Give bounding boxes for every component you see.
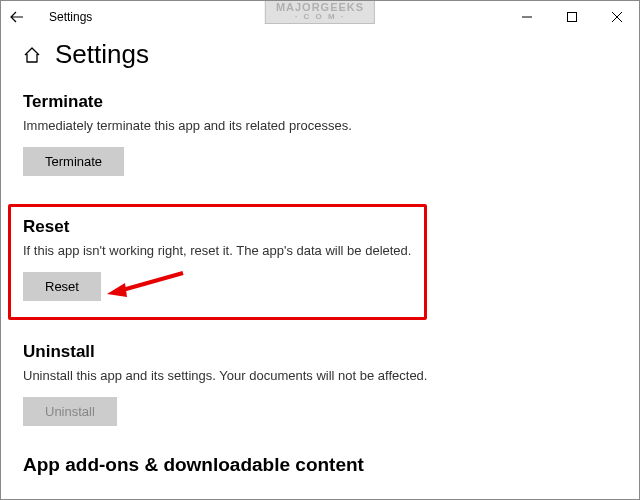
content-area: Settings Terminate Immediately terminate… [1,33,639,476]
terminate-section: Terminate Immediately terminate this app… [23,92,617,176]
window-controls [504,1,639,33]
watermark: MAJORGEEKS · C O M · [265,1,375,24]
close-icon [612,12,622,22]
window-title: Settings [49,10,92,24]
reset-button[interactable]: Reset [23,272,101,301]
close-button[interactable] [594,1,639,33]
uninstall-section: Uninstall Uninstall this app and its set… [23,342,617,426]
reset-heading: Reset [23,217,412,237]
addons-section: App add-ons & downloadable content [23,454,617,476]
terminate-button[interactable]: Terminate [23,147,124,176]
reset-description: If this app isn't working right, reset i… [23,243,412,258]
minimize-button[interactable] [504,1,549,33]
page-title: Settings [55,39,149,70]
watermark-line2: · C O M · [276,13,364,21]
back-button[interactable] [1,1,33,33]
uninstall-button: Uninstall [23,397,117,426]
svg-line-4 [119,273,183,291]
reset-section-highlight: Reset If this app isn't working right, r… [8,204,427,320]
terminate-description: Immediately terminate this app and its r… [23,118,617,133]
addons-heading: App add-ons & downloadable content [23,454,617,476]
back-arrow-icon [10,10,24,24]
home-icon[interactable] [23,46,41,64]
annotation-arrow-icon [105,269,185,299]
svg-rect-1 [567,13,576,22]
svg-marker-5 [107,283,127,297]
page-header: Settings [23,39,617,70]
maximize-icon [567,12,577,22]
uninstall-heading: Uninstall [23,342,617,362]
uninstall-description: Uninstall this app and its settings. You… [23,368,617,383]
maximize-button[interactable] [549,1,594,33]
minimize-icon [522,12,532,22]
terminate-heading: Terminate [23,92,617,112]
